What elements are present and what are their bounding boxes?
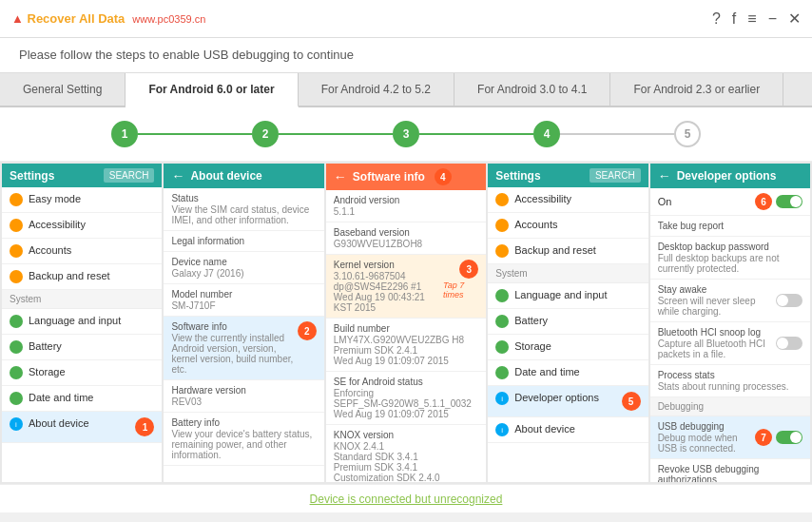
storage-icon-left bbox=[10, 366, 23, 379]
storage-label-left: Storage bbox=[29, 366, 154, 377]
minimize-icon[interactable]: − bbox=[768, 10, 777, 28]
settings-right-title: Settings bbox=[495, 169, 540, 183]
settings-datetime[interactable]: Date and time bbox=[2, 386, 162, 412]
facebook-icon[interactable]: f bbox=[732, 10, 736, 28]
step-circle-3: 3 bbox=[393, 121, 419, 147]
tab-android4[interactable]: For Android 4.2 to 5.2 bbox=[299, 73, 454, 106]
menu-icon[interactable]: ≡ bbox=[747, 10, 756, 28]
about-badge-left: 1 bbox=[135, 417, 154, 436]
close-icon[interactable]: ✕ bbox=[788, 10, 801, 28]
panel-settings-left-header: Settings SEARCH bbox=[2, 164, 162, 187]
tab-android3[interactable]: For Android 3.0 to 4.1 bbox=[454, 73, 610, 106]
settings-right-accessibility[interactable]: Accessibility bbox=[488, 187, 648, 213]
developer-main-toggle[interactable] bbox=[776, 195, 802, 208]
battery-label-right: Battery bbox=[514, 315, 640, 326]
usb-debugging-badge: 7 bbox=[755, 429, 772, 446]
settings-right-language[interactable]: Language and input bbox=[488, 283, 648, 309]
panel-settings-left-title: Settings bbox=[10, 169, 54, 183]
backup-pwd-desc: Full desktop backups are not currently p… bbox=[658, 253, 802, 274]
accounts-icon-left bbox=[10, 244, 23, 258]
bottom-status-bar: Device is connected but unrecognized bbox=[0, 484, 812, 512]
stay-awake-toggle[interactable] bbox=[776, 294, 802, 307]
software-build[interactable]: Build number LMY47X.G920WVEU2ZBG H8 Prem… bbox=[326, 319, 486, 372]
tab-android6[interactable]: For Android 6.0 or later bbox=[126, 73, 298, 107]
dev-usb-debugging[interactable]: USB debugging Debug mode when USB is con… bbox=[650, 416, 810, 459]
software-se[interactable]: SE for Android status Enforcing SEPF_SM-… bbox=[326, 372, 486, 425]
accessibility-icon-left bbox=[10, 219, 23, 232]
usb-debugging-toggle[interactable] bbox=[776, 431, 802, 444]
settings-search-button[interactable]: SEARCH bbox=[104, 168, 155, 183]
software-title: Software info bbox=[353, 170, 425, 184]
knox-label: KNOX version bbox=[334, 430, 478, 440]
battery-label-left: Battery bbox=[29, 340, 154, 352]
system-section-right: System bbox=[488, 264, 648, 283]
settings-backup[interactable]: Backup and reset bbox=[2, 264, 162, 290]
about-status-desc: View the SIM card status, device IMEI, a… bbox=[171, 204, 316, 225]
developer-on-label: On bbox=[658, 196, 672, 207]
bluetooth-snoop-desc: Capture all Bluetooth HCI packets in a f… bbox=[658, 338, 776, 359]
software-kernel[interactable]: Kernel version 3.10.61-9687504 dp@SWS4E2… bbox=[326, 255, 486, 319]
language-icon-left bbox=[10, 315, 23, 328]
settings-easy-mode[interactable]: Easy mode bbox=[2, 187, 162, 213]
settings-about-device[interactable]: i About device 1 bbox=[2, 412, 162, 443]
software-knox[interactable]: KNOX version KNOX 2.4.1 Standard SDK 3.4… bbox=[326, 425, 486, 482]
about-legal[interactable]: Legal information bbox=[164, 231, 323, 252]
settings-right-storage[interactable]: Storage bbox=[488, 335, 648, 360]
bluetooth-snoop-toggle[interactable] bbox=[776, 337, 802, 350]
settings-accessibility[interactable]: Accessibility bbox=[2, 213, 162, 239]
accessibility-label-left: Accessibility bbox=[29, 219, 154, 230]
settings-storage[interactable]: Storage bbox=[2, 360, 162, 386]
easy-mode-label: Easy mode bbox=[29, 193, 154, 204]
step-line-2 bbox=[279, 133, 393, 135]
step-line-3 bbox=[419, 133, 533, 135]
tab-android2[interactable]: For Android 2.3 or earlier bbox=[610, 73, 783, 106]
subtitle-text: Please follow the steps to enable USB de… bbox=[19, 48, 354, 62]
about-back-arrow[interactable]: ← bbox=[171, 168, 184, 184]
about-hardware[interactable]: Hardware version REV03 bbox=[164, 380, 323, 413]
about-status[interactable]: Status View the SIM card status, device … bbox=[164, 188, 323, 231]
settings-right-datetime[interactable]: Date and time bbox=[488, 360, 648, 386]
settings-language[interactable]: Language and input bbox=[2, 309, 162, 335]
settings-right-accounts[interactable]: Accounts bbox=[488, 213, 648, 239]
about-device-name[interactable]: Device name Galaxy J7 (2016) bbox=[164, 252, 323, 284]
settings-right-backup[interactable]: Backup and reset bbox=[488, 239, 648, 264]
status-link[interactable]: Device is connected but unrecognized bbox=[310, 493, 503, 506]
about-model[interactable]: Model number SM-J710F bbox=[164, 284, 323, 317]
stay-awake-desc: Screen will never sleep while charging. bbox=[658, 296, 776, 317]
settings-accounts[interactable]: Accounts bbox=[2, 239, 162, 264]
software-android-version[interactable]: Android version 5.1.1 bbox=[326, 190, 486, 222]
dev-bug-report[interactable]: Take bug report bbox=[650, 216, 810, 237]
backup-icon-right bbox=[495, 244, 509, 258]
software-baseband[interactable]: Baseband version G930WVEU1ZBOH8 bbox=[326, 222, 486, 255]
dev-process-stats[interactable]: Process stats Stats about running proces… bbox=[650, 365, 810, 397]
settings-right-search-button[interactable]: SEARCH bbox=[590, 168, 641, 183]
settings-right-battery[interactable]: Battery bbox=[488, 309, 648, 335]
app-title: Recover All Data bbox=[28, 11, 126, 26]
datetime-icon-left bbox=[10, 392, 23, 405]
dev-bluetooth-snoop[interactable]: Bluetooth HCI snoop log Capture all Blue… bbox=[650, 322, 810, 365]
about-title: About device bbox=[190, 169, 261, 183]
tab-general[interactable]: General Setting bbox=[0, 73, 126, 106]
panel-settings-right-header: Settings SEARCH bbox=[488, 164, 648, 187]
accessibility-label-right: Accessibility bbox=[514, 193, 640, 204]
settings-right-developer[interactable]: i Developer options 5 bbox=[488, 386, 648, 417]
step-5: 5 bbox=[674, 121, 701, 147]
settings-battery[interactable]: Battery bbox=[2, 335, 162, 360]
about-device-name-label: Device name bbox=[171, 257, 316, 267]
step-1: 1 bbox=[111, 121, 138, 147]
dev-revoke-auth[interactable]: Revoke USB debugging authorizations bbox=[650, 459, 810, 482]
about-software-info[interactable]: Software info View the currently install… bbox=[164, 317, 323, 380]
dev-backup-pwd[interactable]: Desktop backup password Full desktop bac… bbox=[650, 237, 810, 280]
backup-pwd-label: Desktop backup password bbox=[658, 242, 802, 252]
settings-right-about[interactable]: i About device bbox=[488, 417, 648, 443]
title-bar-left: ▲ Recover All Data www.pc0359.cn bbox=[11, 11, 205, 26]
about-battery-info[interactable]: Battery info View your device's battery … bbox=[164, 413, 323, 466]
title-bar: ▲ Recover All Data www.pc0359.cn ? f ≡ −… bbox=[0, 0, 812, 38]
software-back-arrow[interactable]: ← bbox=[334, 169, 347, 184]
help-icon[interactable]: ? bbox=[712, 10, 721, 28]
dev-stay-awake[interactable]: Stay awake Screen will never sleep while… bbox=[650, 280, 810, 322]
panel-developer: ← Developer options On 6 Take bug report… bbox=[650, 164, 810, 482]
developer-back-arrow[interactable]: ← bbox=[658, 168, 671, 184]
step-circle-4: 4 bbox=[533, 121, 560, 147]
step-3: 3 bbox=[393, 121, 419, 147]
